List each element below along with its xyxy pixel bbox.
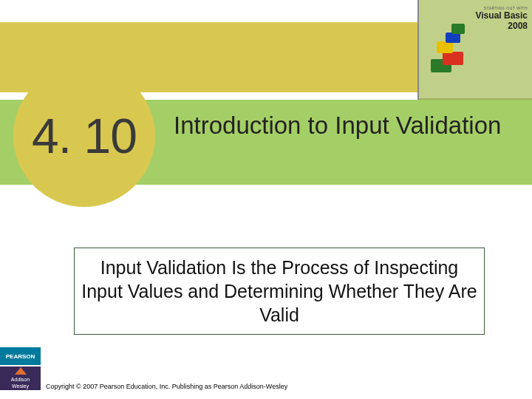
- book-title-area: STARTING OUT WITH Visual Basic 2008: [476, 6, 528, 31]
- book-year: 2008: [476, 21, 528, 31]
- section-number: 4. 10: [32, 108, 137, 164]
- addison-wesley-logo: Addison Wesley: [0, 366, 41, 390]
- lego-blocks-icon: [426, 22, 478, 74]
- section-number-circle: 4. 10: [13, 65, 155, 207]
- section-title: Introduction to Input Validation: [174, 111, 514, 140]
- pearson-logo: PEARSON: [0, 347, 41, 365]
- publisher-line2: Wesley: [12, 383, 29, 389]
- description-text: Input Validation Is the Process of Inspe…: [81, 256, 478, 327]
- triangle-icon: [15, 367, 27, 375]
- book-title: Visual Basic: [476, 10, 528, 21]
- description-box: Input Validation Is the Process of Inspe…: [74, 248, 485, 335]
- publisher-line1: Addison: [11, 376, 30, 383]
- copyright-text: Copyright © 2007 Pearson Education, Inc.…: [46, 383, 287, 390]
- publisher-logo: PEARSON Addison Wesley: [0, 347, 41, 392]
